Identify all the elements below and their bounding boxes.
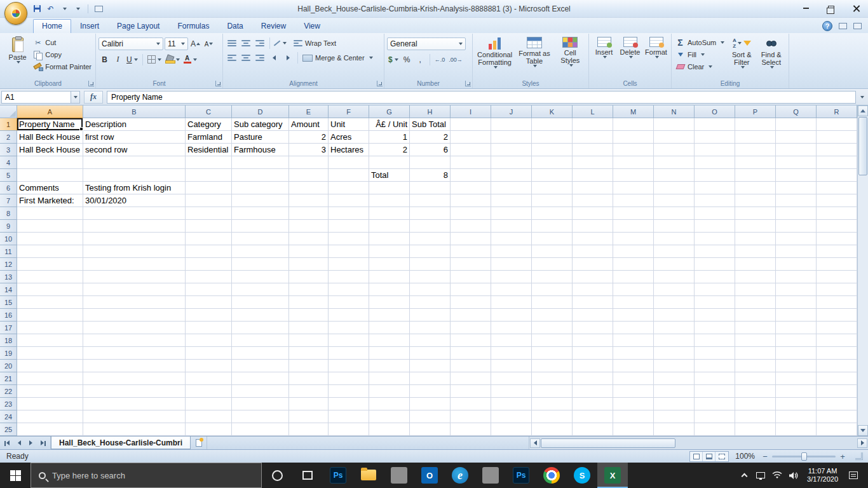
cell-F20[interactable] xyxy=(329,360,369,372)
cell-G13[interactable] xyxy=(369,271,410,283)
font-name-select[interactable]: Calibri xyxy=(98,37,163,50)
cell-L15[interactable] xyxy=(573,296,613,309)
align-bottom-button[interactable] xyxy=(254,37,266,49)
cell-R12[interactable] xyxy=(817,258,857,271)
cell-N21[interactable] xyxy=(654,372,695,385)
cell-L12[interactable] xyxy=(573,258,613,271)
grow-font-button[interactable]: A xyxy=(189,38,201,50)
cell-P22[interactable] xyxy=(735,385,776,398)
cell-O6[interactable] xyxy=(695,182,735,194)
cell-E18[interactable] xyxy=(289,334,329,347)
cell-N17[interactable] xyxy=(654,322,695,334)
cell-C3[interactable]: Residential xyxy=(186,144,232,156)
cell-K4[interactable] xyxy=(532,156,573,169)
cell-H23[interactable] xyxy=(410,398,451,410)
cell-G14[interactable] xyxy=(369,283,410,296)
cell-P25[interactable] xyxy=(735,423,776,436)
alignment-dialog-launcher[interactable] xyxy=(377,81,383,86)
action-center-button[interactable] xyxy=(843,463,864,488)
column-header-G[interactable]: G xyxy=(369,105,410,118)
cell-C18[interactable] xyxy=(186,334,232,347)
cell-L6[interactable] xyxy=(573,182,613,194)
conditional-formatting-button[interactable]: Conditional Formatting xyxy=(475,35,514,78)
cell-Q18[interactable] xyxy=(776,334,817,347)
cell-B4[interactable] xyxy=(83,156,186,169)
cell-A9[interactable] xyxy=(17,220,83,233)
row-header-16[interactable]: 16 xyxy=(0,309,17,322)
cell-G17[interactable] xyxy=(369,322,410,334)
cell-C5[interactable] xyxy=(186,169,232,182)
cell-N12[interactable] xyxy=(654,258,695,271)
cell-E2[interactable]: 2 xyxy=(289,131,329,144)
cell-R13[interactable] xyxy=(817,271,857,283)
cell-J17[interactable] xyxy=(491,322,532,334)
cell-G22[interactable] xyxy=(369,385,410,398)
row-header-8[interactable]: 8 xyxy=(0,207,17,220)
cell-A8[interactable] xyxy=(17,207,83,220)
cell-A21[interactable] xyxy=(17,372,83,385)
cell-R3[interactable] xyxy=(817,144,857,156)
cell-E15[interactable] xyxy=(289,296,329,309)
cell-F4[interactable] xyxy=(329,156,369,169)
cell-L7[interactable] xyxy=(573,194,613,207)
decrease-decimal-button[interactable]: .00→ xyxy=(447,53,464,65)
font-size-select[interactable]: 11 xyxy=(165,37,188,50)
cell-N3[interactable] xyxy=(654,144,695,156)
cell-C13[interactable] xyxy=(186,271,232,283)
cell-R20[interactable] xyxy=(817,360,857,372)
cell-G4[interactable] xyxy=(369,156,410,169)
cell-B18[interactable] xyxy=(83,334,186,347)
row-header-24[interactable]: 24 xyxy=(0,410,17,423)
bold-button[interactable]: B xyxy=(98,53,111,65)
cell-C22[interactable] xyxy=(186,385,232,398)
cell-G25[interactable] xyxy=(369,423,410,436)
ribbon-options-button[interactable] xyxy=(853,23,862,29)
cell-B1[interactable]: Description xyxy=(83,118,186,131)
cell-I18[interactable] xyxy=(451,334,491,347)
row-header-25[interactable]: 25 xyxy=(0,423,17,436)
find-select-button[interactable]: Find & Select xyxy=(757,35,786,78)
cell-C20[interactable] xyxy=(186,360,232,372)
cell-H20[interactable] xyxy=(410,360,451,372)
cell-Q3[interactable] xyxy=(776,144,817,156)
cell-F19[interactable] xyxy=(329,347,369,360)
formula-input[interactable]: Property Name xyxy=(107,91,856,104)
row-header-11[interactable]: 11 xyxy=(0,245,17,258)
cell-G10[interactable] xyxy=(369,233,410,245)
cell-H5[interactable]: 8 xyxy=(410,169,451,182)
cell-H17[interactable] xyxy=(410,322,451,334)
cell-O20[interactable] xyxy=(695,360,735,372)
autosum-button[interactable]: ΣAutoSum xyxy=(674,38,727,47)
cell-J13[interactable] xyxy=(491,271,532,283)
cell-E4[interactable] xyxy=(289,156,329,169)
cell-R19[interactable] xyxy=(817,347,857,360)
cell-Q8[interactable] xyxy=(776,207,817,220)
fill-button[interactable]: Fill xyxy=(674,50,727,59)
cell-N20[interactable] xyxy=(654,360,695,372)
borders-button[interactable] xyxy=(146,53,163,65)
cell-C10[interactable] xyxy=(186,233,232,245)
row-header-4[interactable]: 4 xyxy=(0,156,17,169)
wrap-text-button[interactable]: Wrap Text xyxy=(292,39,337,48)
row-header-21[interactable]: 21 xyxy=(0,372,17,385)
cell-N6[interactable] xyxy=(654,182,695,194)
cell-M22[interactable] xyxy=(613,385,654,398)
cell-B6[interactable]: Testing from Krish login xyxy=(83,182,186,194)
tab-data[interactable]: Data xyxy=(218,19,252,33)
shrink-font-button[interactable]: A xyxy=(203,38,215,50)
cell-K22[interactable] xyxy=(532,385,573,398)
cell-O17[interactable] xyxy=(695,322,735,334)
cortana-button[interactable] xyxy=(262,463,292,488)
taskbar-app-edge[interactable]: e xyxy=(445,463,475,488)
cell-I8[interactable] xyxy=(451,207,491,220)
cell-G11[interactable] xyxy=(369,245,410,258)
percent-style-button[interactable]: % xyxy=(401,53,413,65)
cell-K13[interactable] xyxy=(532,271,573,283)
cell-E20[interactable] xyxy=(289,360,329,372)
cell-L4[interactable] xyxy=(573,156,613,169)
zoom-in-button[interactable]: + xyxy=(839,452,846,461)
normal-view-button[interactable] xyxy=(690,452,703,461)
help-button[interactable]: ? xyxy=(822,21,832,31)
row-header-5[interactable]: 5 xyxy=(0,169,17,182)
cell-H2[interactable]: 2 xyxy=(410,131,451,144)
